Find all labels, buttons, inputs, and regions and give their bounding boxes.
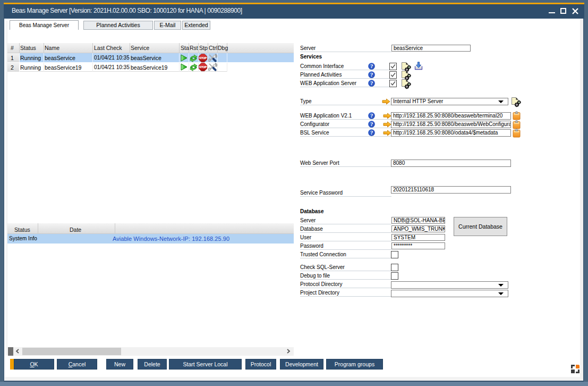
svg-text:?: ?: [370, 63, 373, 69]
svg-text:?: ?: [370, 121, 373, 127]
svg-text:?: ?: [370, 71, 373, 78]
svg-text:STOP: STOP: [199, 65, 207, 69]
svg-text:?: ?: [370, 112, 373, 119]
svg-text:STOP: STOP: [199, 56, 207, 60]
svg-text:?: ?: [370, 129, 373, 136]
svg-text:?: ?: [370, 80, 373, 86]
